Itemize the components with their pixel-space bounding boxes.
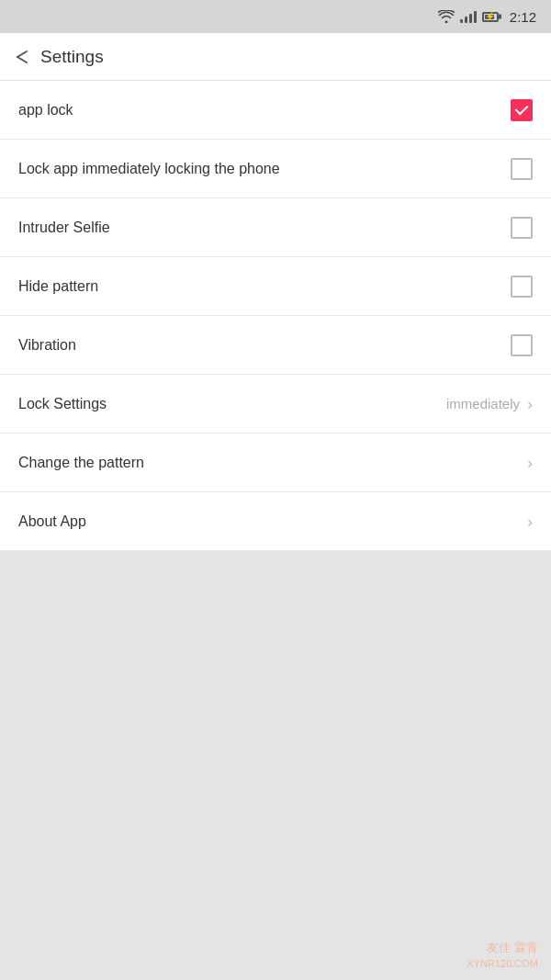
- settings-item-app-lock[interactable]: app lock: [0, 81, 551, 140]
- checkbox-hide-pattern[interactable]: [511, 276, 533, 298]
- item-right-change-pattern: ›: [527, 455, 533, 471]
- item-value-lock-settings: immediately: [446, 396, 520, 411]
- item-label-hide-pattern: Hide pattern: [18, 278, 98, 295]
- svg-line-0: [17, 51, 27, 57]
- checkbox-lock-immediately[interactable]: [511, 158, 533, 180]
- back-button[interactable]: [13, 48, 31, 66]
- status-bar: ⚡ 2:12: [0, 0, 551, 33]
- item-right-intruder-selfie: [511, 217, 533, 239]
- settings-item-lock-immediately[interactable]: Lock app immediately locking the phone: [0, 140, 551, 198]
- item-label-change-pattern: Change the pattern: [18, 455, 144, 471]
- chevron-icon-change-pattern: ›: [527, 455, 533, 471]
- signal-icon: [460, 10, 477, 23]
- item-label-lock-immediately: Lock app immediately locking the phone: [18, 161, 280, 177]
- status-icons: ⚡ 2:12: [438, 9, 536, 25]
- settings-item-hide-pattern[interactable]: Hide pattern: [0, 257, 551, 316]
- settings-item-about-app[interactable]: About App›: [0, 492, 551, 551]
- svg-line-1: [17, 57, 27, 62]
- chevron-icon-about-app: ›: [527, 513, 533, 530]
- toolbar: Settings: [0, 33, 551, 81]
- item-label-app-lock: app lock: [18, 102, 73, 118]
- checkbox-intruder-selfie[interactable]: [511, 217, 533, 239]
- item-label-about-app: About App: [18, 513, 86, 530]
- settings-item-intruder-selfie[interactable]: Intruder Selfie: [0, 198, 551, 257]
- wifi-icon: [438, 10, 455, 23]
- chevron-icon-lock-settings: ›: [527, 396, 533, 412]
- item-right-hide-pattern: [511, 276, 533, 298]
- item-label-lock-settings: Lock Settings: [18, 396, 107, 412]
- settings-item-change-pattern[interactable]: Change the pattern›: [0, 434, 551, 492]
- item-label-intruder-selfie: Intruder Selfie: [18, 220, 110, 236]
- content-wrapper: app lockLock app immediately locking the…: [0, 81, 551, 980]
- battery-icon: ⚡: [482, 12, 499, 22]
- gray-area: 友佳 霖青 XYNR120.COM: [0, 551, 551, 980]
- checkbox-app-lock[interactable]: [511, 99, 533, 121]
- item-right-app-lock: [511, 99, 533, 121]
- watermark: 友佳 霖青 XYNR120.COM: [467, 940, 538, 971]
- status-time: 2:12: [510, 9, 536, 25]
- item-right-vibration: [511, 334, 533, 356]
- item-right-about-app: ›: [527, 513, 533, 530]
- page-title: Settings: [40, 47, 104, 67]
- item-right-lock-immediately: [511, 158, 533, 180]
- item-label-vibration: Vibration: [18, 337, 76, 354]
- settings-list: app lockLock app immediately locking the…: [0, 81, 551, 551]
- item-right-lock-settings: immediately›: [446, 396, 533, 412]
- checkbox-vibration[interactable]: [511, 334, 533, 356]
- settings-item-lock-settings[interactable]: Lock Settingsimmediately›: [0, 375, 551, 434]
- settings-item-vibration[interactable]: Vibration: [0, 316, 551, 375]
